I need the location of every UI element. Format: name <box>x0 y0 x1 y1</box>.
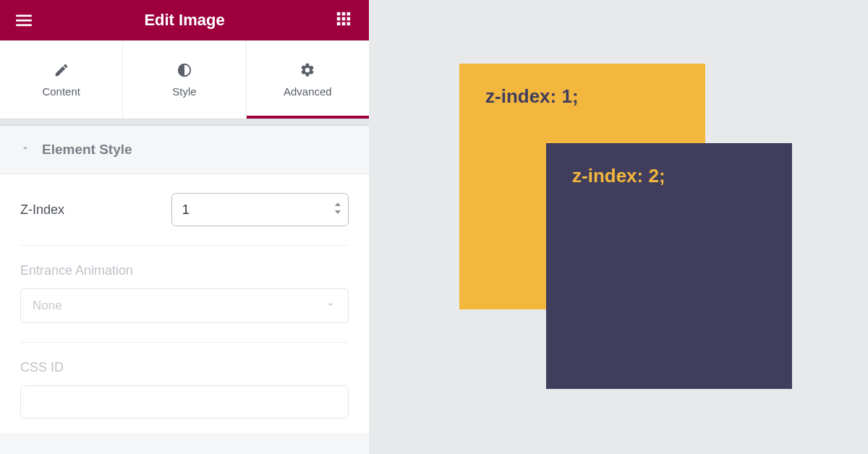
cssid-label: CSS ID <box>20 360 349 375</box>
svg-rect-0 <box>16 14 32 17</box>
entrance-select[interactable]: None <box>20 288 349 323</box>
svg-rect-5 <box>347 12 351 16</box>
menu-icon[interactable] <box>14 11 33 30</box>
svg-rect-8 <box>347 17 351 21</box>
section-title: Element Style <box>42 142 132 158</box>
svg-rect-6 <box>337 17 341 21</box>
svg-rect-10 <box>342 22 346 26</box>
section-header[interactable]: Element Style <box>0 126 369 174</box>
chevron-down-icon <box>325 299 336 314</box>
preview-box-2: z-index: 2; <box>546 143 792 389</box>
tab-content[interactable]: Content <box>0 40 123 119</box>
tab-label: Advanced <box>284 85 332 98</box>
svg-rect-3 <box>337 12 341 16</box>
apps-icon[interactable] <box>336 11 354 30</box>
zindex-input[interactable] <box>171 193 349 226</box>
tab-style[interactable]: Style <box>123 40 246 119</box>
box1-label: z-index: 1; <box>485 85 679 108</box>
svg-rect-4 <box>342 12 346 16</box>
pencil-icon <box>54 62 69 78</box>
preview-area: z-index: 1; z-index: 2; <box>369 0 868 454</box>
box2-label: z-index: 2; <box>572 165 766 187</box>
zindex-control <box>171 193 349 226</box>
caret-down-icon <box>20 143 30 156</box>
field-zindex: Z-Index <box>20 174 349 246</box>
zindex-label: Z-Index <box>20 202 171 218</box>
entrance-label: Entrance Animation <box>20 263 349 278</box>
tab-advanced[interactable]: Advanced <box>247 40 369 119</box>
cssid-input[interactable] <box>20 385 349 419</box>
field-entrance: Entrance Animation None <box>20 246 349 343</box>
spacer <box>0 119 369 126</box>
tab-label: Content <box>42 85 80 98</box>
tab-label: Style <box>172 85 196 98</box>
panel-header: Edit Image <box>0 0 369 40</box>
contrast-icon <box>176 62 192 78</box>
editor-panel: Edit Image Content Style Advan <box>0 0 369 454</box>
tabs: Content Style Advanced <box>0 40 369 119</box>
gear-icon <box>299 62 315 78</box>
section-body: Z-Index Entrance Animation None CSS ID <box>0 174 369 433</box>
field-cssid: CSS ID <box>20 343 349 419</box>
entrance-value: None <box>33 299 62 313</box>
svg-rect-11 <box>347 22 351 26</box>
svg-rect-9 <box>337 22 341 26</box>
spinner-icon[interactable] <box>334 202 341 217</box>
panel-title: Edit Image <box>0 11 369 30</box>
svg-rect-7 <box>342 17 346 21</box>
svg-rect-2 <box>16 24 32 26</box>
svg-rect-1 <box>16 20 32 22</box>
